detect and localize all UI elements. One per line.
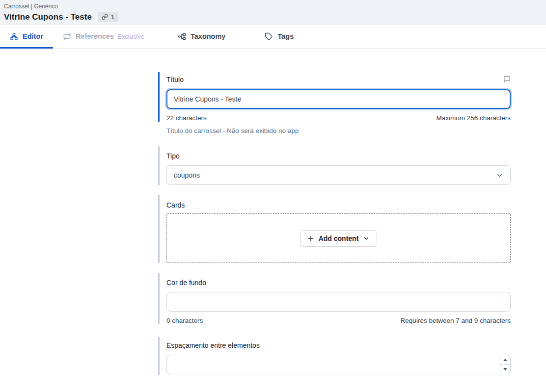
- tab-references-exclusive-badge: Exclusive: [117, 33, 144, 40]
- page-title: Vitrine Cupons - Teste: [4, 12, 92, 22]
- cor-de-fundo-char-count: 0 characters: [166, 317, 203, 324]
- plus-icon: [307, 235, 314, 242]
- spinner-up-button[interactable]: [500, 355, 510, 365]
- titulo-label: Título: [166, 76, 184, 83]
- cards-dropzone: Add content: [166, 213, 511, 263]
- spinner-down-button[interactable]: [500, 365, 510, 374]
- tab-tags[interactable]: Tags: [255, 25, 303, 48]
- field-group-titulo: Título 22 characters Maximum 256 charact…: [158, 72, 511, 135]
- cor-de-fundo-label: Cor de fundo: [166, 279, 511, 287]
- tab-taxonomy[interactable]: Taxonomy: [168, 25, 235, 48]
- tab-references[interactable]: References Exclusive: [53, 25, 154, 48]
- cards-label: Cards: [166, 201, 511, 209]
- tab-tags-label: Tags: [277, 32, 294, 40]
- tab-editor[interactable]: Editor: [0, 25, 53, 48]
- sitemap-icon: [10, 32, 18, 41]
- tab-editor-label: Editor: [23, 32, 43, 40]
- tab-taxonomy-label: Taxonomy: [191, 32, 225, 40]
- titulo-help-text: Título do carrossel - Não será exibido n…: [158, 127, 511, 135]
- cor-de-fundo-requirement-hint: Requires between 7 and 9 characters: [401, 317, 511, 324]
- field-group-cor-de-fundo: Cor de fundo 0 characters Requires betwe…: [158, 273, 511, 324]
- hierarchy-icon: [178, 32, 186, 41]
- tipo-select[interactable]: coupons: [166, 165, 511, 185]
- tipo-label: Tipo: [166, 152, 511, 160]
- cor-de-fundo-input[interactable]: [166, 292, 511, 312]
- tag-icon: [265, 32, 273, 41]
- add-content-label: Add content: [319, 235, 359, 242]
- espacamento-input[interactable]: [166, 355, 511, 374]
- add-content-button[interactable]: Add content: [300, 230, 378, 247]
- number-spinner: [500, 355, 510, 374]
- chevron-down-icon: [363, 235, 370, 242]
- editor-form: Título 22 characters Maximum 256 charact…: [0, 72, 546, 375]
- titulo-input[interactable]: [166, 89, 511, 109]
- caret-down-icon: [503, 368, 507, 370]
- tab-references-label: References: [76, 32, 114, 40]
- link-count: 1: [111, 13, 114, 21]
- link-count-badge[interactable]: 1: [98, 12, 118, 22]
- comment-icon[interactable]: [503, 76, 511, 83]
- titulo-char-count: 22 characters: [166, 114, 207, 122]
- caret-up-icon: [503, 359, 507, 361]
- tab-bar: Editor References Exclusive Taxonomy Tag…: [0, 25, 546, 49]
- titulo-max-hint: Maximum 256 characters: [436, 114, 511, 122]
- page-header: Carrossel | Genérico Vitrine Cupons - Te…: [0, 0, 546, 25]
- chevron-down-icon: [496, 172, 503, 179]
- breadcrumb: Carrossel | Genérico: [4, 2, 542, 10]
- field-group-espacamento: Espaçamento entre elementos: [158, 337, 511, 375]
- link-icon: [102, 14, 108, 20]
- field-group-cards: Cards Add content: [158, 195, 511, 263]
- tipo-selected-value: coupons: [174, 171, 200, 179]
- repeat-icon: [63, 32, 71, 41]
- espacamento-label: Espaçamento entre elementos: [166, 341, 511, 349]
- field-group-tipo: Tipo coupons: [158, 146, 511, 185]
